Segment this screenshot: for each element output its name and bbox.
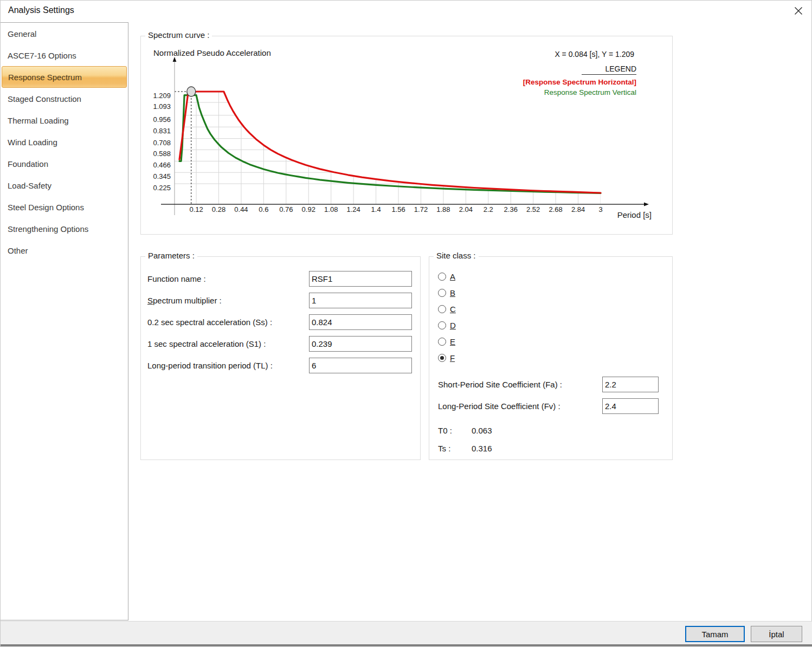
parameters-group-label: Parameters : xyxy=(145,251,197,260)
x-tick-2.52: 2.52 xyxy=(526,205,540,213)
parameter-label-long-period-transition-period-tl: Long-period transition period (TL) : xyxy=(147,358,273,374)
site-class-radio-b[interactable] xyxy=(438,289,446,297)
y-tick-0.708: 0.708 xyxy=(153,139,171,147)
site-coeff-row-0: Short-Period Site Coefficient (Fa) : xyxy=(429,377,672,393)
x-tick-0.44: 0.44 xyxy=(234,205,248,213)
readonly-value-ts: 0.316 xyxy=(472,444,492,453)
site-class-radio-f[interactable] xyxy=(438,354,446,362)
x-tick-1.72: 1.72 xyxy=(414,205,428,213)
site-coeff-input-0[interactable] xyxy=(602,377,659,392)
x-tick-0.6: 0.6 xyxy=(259,205,268,213)
parameter-row-spectrum-multiplier: Spectrum multiplier : xyxy=(141,293,420,309)
sidebar-item-foundation[interactable]: Foundation xyxy=(1,153,128,174)
tick-labels: 0.120.280.440.60.760.921.081.241.41.561.… xyxy=(153,92,602,213)
parameter-input-1-sec-spectral-acceleration-s1[interactable] xyxy=(309,336,412,352)
site-class-radio-d[interactable] xyxy=(438,321,446,329)
site-coeff-label-0: Short-Period Site Coefficient (Fa) : xyxy=(438,377,562,393)
site-class-label-c: C xyxy=(450,305,456,314)
x-tick-2.2: 2.2 xyxy=(484,205,493,213)
y-tick-0.466: 0.466 xyxy=(153,161,171,169)
parameter-label-spectrum-multiplier: Spectrum multiplier : xyxy=(147,293,222,309)
x-tick-2.68: 2.68 xyxy=(549,205,562,213)
sidebar-item-wind-loading[interactable]: Wind Loading xyxy=(1,131,128,153)
site-class-label-e: E xyxy=(450,337,455,346)
x-tick-0.12: 0.12 xyxy=(189,205,203,213)
parameter-input-spectrum-multiplier[interactable] xyxy=(309,293,412,308)
site-class-option-e[interactable]: E xyxy=(438,333,455,350)
sidebar-item-general[interactable]: General xyxy=(1,23,128,44)
x-tick-0.76: 0.76 xyxy=(279,205,293,213)
site-coeff-label-1: Long-Period Site Coefficient (Fv) : xyxy=(438,398,560,415)
site-class-radio-c[interactable] xyxy=(438,305,446,313)
footer-bar: Tamam İptal xyxy=(1,621,812,647)
site-class-option-d[interactable]: D xyxy=(438,317,456,333)
site-class-option-b[interactable]: B xyxy=(438,284,455,301)
chart-grid xyxy=(175,69,601,204)
site-class-radio-e[interactable] xyxy=(438,338,446,346)
y-tick-1.093: 1.093 xyxy=(153,102,171,111)
site-class-radio-a[interactable] xyxy=(438,273,446,281)
x-tick-0.92: 0.92 xyxy=(302,205,315,213)
analysis-settings-dialog: Analysis Settings GeneralASCE7-16 Option… xyxy=(0,0,812,647)
sidebar-item-load-safety[interactable]: Load-Safety xyxy=(1,174,128,196)
ok-button[interactable]: Tamam xyxy=(685,626,745,642)
sidebar-item-thermal-loading[interactable]: Thermal Loading xyxy=(1,109,128,131)
cursor-marker xyxy=(187,87,196,96)
x-tick-2.04: 2.04 xyxy=(459,205,473,213)
spectrum-chart[interactable]: 0.120.280.440.60.760.921.081.241.41.561.… xyxy=(141,36,673,235)
x-tick-1.08: 1.08 xyxy=(324,205,338,213)
x-axis-arrow xyxy=(644,202,649,206)
site-coeff-input-1[interactable] xyxy=(602,398,659,414)
x-tick-1.24: 1.24 xyxy=(347,205,360,213)
site-class-label-d: D xyxy=(450,321,456,330)
dialog-title: Analysis Settings xyxy=(8,5,74,15)
x-tick-2.84: 2.84 xyxy=(571,205,585,213)
site-class-option-f[interactable]: F xyxy=(438,350,455,366)
sidebar-item-response-spectrum[interactable]: Response Spectrum xyxy=(2,66,127,88)
site-class-option-c[interactable]: C xyxy=(438,301,456,317)
site-class-label-f: F xyxy=(450,353,455,363)
site-class-group: Site class : ABCDEFShort-Period Site Coe… xyxy=(429,256,673,460)
parameter-row-1-sec-spectral-acceleration-s1: 1 sec spectral acceleration (S1) : xyxy=(141,336,420,352)
readonly-label-t0: T0 : xyxy=(438,426,452,435)
y-tick-0.345: 0.345 xyxy=(153,172,171,180)
parameter-row-long-period-transition-period-tl: Long-period transition period (TL) : xyxy=(141,358,420,374)
sidebar-item-other[interactable]: Other xyxy=(1,240,128,261)
readonly-value-t0: 0.063 xyxy=(472,426,492,435)
x-tick-1.56: 1.56 xyxy=(391,205,405,213)
spectrum-curve-group: Spectrum curve : Normalized Pseudo Accel… xyxy=(140,36,673,235)
x-axis-title: Period [s] xyxy=(617,210,652,219)
vertical-spectrum-curve xyxy=(179,95,601,193)
parameter-label-0-2-sec-spectral-acceleration-ss: 0.2 sec spectral acceleration (Ss) : xyxy=(147,314,272,331)
y-tick-0.956: 0.956 xyxy=(153,115,171,124)
x-tick-1.4: 1.4 xyxy=(371,205,381,213)
x-tick-1.88: 1.88 xyxy=(436,205,450,213)
parameter-row-function-name: Function name : xyxy=(141,271,420,287)
site-class-label-a: A xyxy=(450,272,455,281)
y-tick-0.831: 0.831 xyxy=(153,127,171,135)
x-tick-2.36: 2.36 xyxy=(504,205,518,213)
parameter-input-0-2-sec-spectral-acceleration-ss[interactable] xyxy=(309,314,412,330)
parameter-input-long-period-transition-period-tl[interactable] xyxy=(309,358,412,373)
sidebar-item-staged-construction[interactable]: Staged Construction xyxy=(1,88,128,109)
y-tick-0.588: 0.588 xyxy=(153,150,171,158)
sidebar-item-asce7-16-options[interactable]: ASCE7-16 Options xyxy=(1,44,128,66)
parameters-group: Parameters : Function name :Spectrum mul… xyxy=(140,256,421,460)
x-tick-0.28: 0.28 xyxy=(212,205,225,213)
cancel-button[interactable]: İptal xyxy=(751,626,802,642)
horizontal-spectrum-curve xyxy=(179,92,601,193)
sidebar-item-steel-design-options[interactable]: Steel Design Options xyxy=(1,196,128,218)
y-tick-1.209: 1.209 xyxy=(153,92,171,100)
site-class-label-b: B xyxy=(450,288,455,297)
sidebar-item-strengthening-options[interactable]: Strengthening Options xyxy=(1,218,128,240)
window-bottom-edge xyxy=(1,644,812,646)
readonly-label-ts: Ts : xyxy=(438,444,450,453)
parameter-input-function-name[interactable] xyxy=(309,271,412,287)
y-tick-0.225: 0.225 xyxy=(153,184,171,192)
close-icon xyxy=(794,7,803,15)
close-button[interactable] xyxy=(792,5,804,17)
parameter-label-1-sec-spectral-acceleration-s1: 1 sec spectral acceleration (S1) : xyxy=(147,336,266,352)
y-axis-arrow xyxy=(173,57,177,62)
parameter-label-function-name: Function name : xyxy=(147,271,206,287)
site-class-option-a[interactable]: A xyxy=(438,268,455,284)
